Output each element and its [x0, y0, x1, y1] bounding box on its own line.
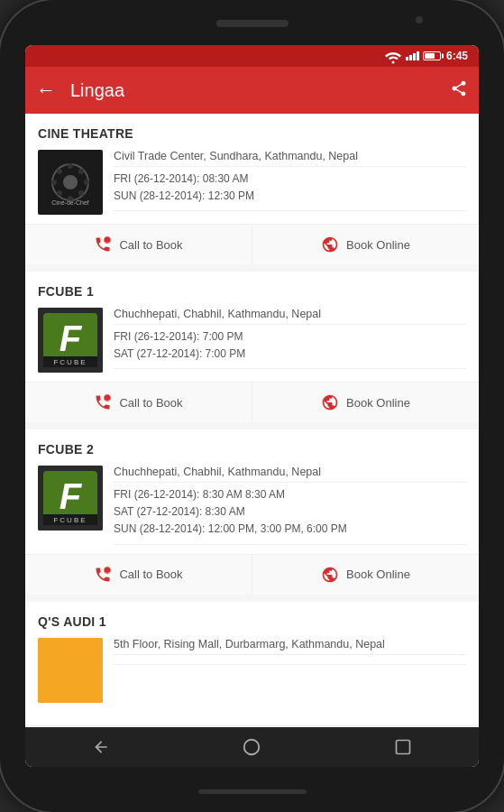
theatre-logo-qs1 [38, 638, 103, 703]
theatre-info-fcube1: F FCUBE Chuchhepati, Chabhil, Kathmandu,… [38, 308, 466, 373]
svg-point-8 [57, 169, 62, 174]
call-label-fcube2: Call to Book [119, 567, 182, 581]
fcube1-logo-svg: F FCUBE [38, 308, 103, 373]
theatre-showtime-fcube1: FRI (26-12-2014): 7:00 PMSAT (27-12-2014… [114, 328, 466, 363]
action-buttons-fcube1: ... Call to Book Book Online [25, 382, 479, 422]
svg-point-9 [78, 190, 84, 196]
action-buttons-fcube2: ... Call to Book Book Online [25, 554, 479, 595]
theatre-showtime-fcube2: FRI (26-12-2014): 8:30 AM 8:30 AMSAT (27… [114, 486, 466, 539]
book-online-fcube2[interactable]: Book Online [252, 555, 479, 595]
theatre-details-cine: Civil Trade Center, Sundhara, Kathmandu,… [114, 150, 466, 211]
svg-point-11 [57, 190, 62, 196]
theatre-address-fcube1: Chuchhepati, Chabhil, Kathmandu, Nepal [114, 308, 466, 325]
globe-icon-fcube1 [321, 393, 339, 411]
top-bar: ← Lingaa [25, 67, 479, 114]
svg-text:F: F [60, 318, 83, 358]
book-online-cine[interactable]: Book Online [252, 225, 479, 264]
call-label-fcube1: Call to Book [119, 396, 182, 410]
cine-logo-svg: Cine-de-Chef [40, 152, 101, 213]
theatre-card-fcube1: FCUBE 1 F FCUBE [25, 272, 479, 422]
book-online-label-cine: Book Online [346, 238, 410, 252]
call-to-book-fcube2[interactable]: ... Call to Book [25, 555, 252, 595]
svg-point-3 [63, 175, 78, 189]
recent-nav-button[interactable] [380, 727, 426, 767]
svg-text:FCUBE: FCUBE [53, 516, 87, 524]
status-bar: 6:45 [25, 45, 479, 67]
theatre-logo-fcube1: F FCUBE [38, 308, 103, 373]
theatre-name-cine: CINE THEATRE [38, 126, 466, 141]
theatre-info-qs1: 5th Floor, Rising Mall, Durbarmarg, Kath… [38, 638, 466, 703]
theatre-info-fcube2: F FCUBE Chuchhepati, Chabhil, Kathmandu,… [38, 466, 466, 545]
svg-point-30 [244, 740, 260, 755]
theatre-address-qs1: 5th Floor, Rising Mall, Durbarmarg, Kath… [114, 638, 466, 655]
theatre-name-qs1: Q'S AUDI 1 [38, 614, 466, 629]
camera-dot [416, 16, 423, 23]
share-button[interactable] [450, 79, 468, 102]
theatre-name-fcube1: FCUBE 1 [38, 284, 466, 299]
status-icons: 6:45 [384, 47, 468, 65]
svg-text:...: ... [105, 238, 109, 244]
theatre-info-cine: Cine-de-Chef Civil Trade Center, Sundhar… [38, 150, 466, 215]
svg-text:F: F [60, 476, 83, 516]
theatre-card-fcube2: FCUBE 2 F FCUBE Chuchhepati, Chabhil, Ka… [25, 429, 479, 595]
theatre-showtime-cine: FRI (26-12-2014): 08:30 AMSUN (28-12-201… [114, 171, 466, 205]
screen: 6:45 ← Lingaa CINE THEATRE [25, 45, 479, 767]
theatre-card-qs1: Q'S AUDI 1 5th Floor, Rising Mall, Durba… [25, 602, 479, 724]
theatre-address-fcube2: Chuchhepati, Chabhil, Kathmandu, Nepal [114, 466, 466, 483]
globe-icon-fcube2 [321, 566, 339, 584]
back-button[interactable]: ← [36, 80, 56, 100]
theatre-card-cine: CINE THEATRE [25, 114, 479, 264]
svg-rect-29 [38, 638, 103, 703]
book-online-label-fcube1: Book Online [346, 396, 410, 410]
fcube2-logo-svg: F FCUBE [38, 466, 103, 531]
svg-text:FCUBE: FCUBE [53, 358, 87, 366]
svg-point-0 [391, 61, 394, 64]
battery-icon [423, 51, 441, 60]
wifi-icon [384, 47, 402, 65]
theatre-details-fcube1: Chuchhepati, Chabhil, Kathmandu, Nepal F… [114, 308, 466, 369]
content-area: CINE THEATRE [25, 114, 479, 727]
phone-shell: 6:45 ← Lingaa CINE THEATRE [0, 0, 504, 812]
svg-rect-31 [397, 741, 410, 754]
theatre-details-fcube2: Chuchhepati, Chabhil, Kathmandu, Nepal F… [114, 466, 466, 545]
theatre-name-fcube2: FCUBE 2 [38, 442, 466, 457]
svg-text:Cine-de-Chef: Cine-de-Chef [51, 199, 89, 206]
svg-point-4 [68, 163, 73, 169]
call-label-cine: Call to Book [119, 238, 182, 252]
theatre-address-cine: Civil Trade Center, Sundhara, Kathmandu,… [114, 150, 466, 167]
book-online-label-fcube2: Book Online [346, 567, 410, 581]
phone-icon-fcube1: ... [94, 393, 112, 411]
svg-text:...: ... [105, 567, 109, 573]
clock: 6:45 [446, 50, 468, 62]
page-title: Lingaa [70, 80, 450, 101]
theatre-details-qs1: 5th Floor, Rising Mall, Durbarmarg, Kath… [114, 638, 466, 665]
book-online-fcube1[interactable]: Book Online [252, 383, 479, 422]
theatre-logo-cine: Cine-de-Chef [38, 150, 103, 215]
phone-icon-fcube2: ... [94, 566, 112, 584]
svg-point-6 [51, 180, 57, 185]
globe-icon-cine [321, 235, 339, 254]
call-to-book-fcube1[interactable]: ... Call to Book [25, 383, 252, 422]
action-buttons-cine: ... Call to Book Book Online [25, 224, 479, 264]
svg-point-7 [84, 180, 89, 185]
svg-text:...: ... [105, 396, 109, 401]
theatre-logo-fcube2: F FCUBE [38, 466, 103, 531]
back-nav-button[interactable] [78, 727, 124, 767]
home-nav-button[interactable] [229, 727, 274, 767]
qs1-logo-svg [38, 638, 103, 703]
call-to-book-cine[interactable]: ... Call to Book [25, 225, 252, 264]
signal-icon [406, 51, 419, 60]
svg-point-10 [78, 169, 84, 174]
phone-icon-cine: ... [94, 235, 112, 254]
nav-bar [25, 727, 479, 767]
